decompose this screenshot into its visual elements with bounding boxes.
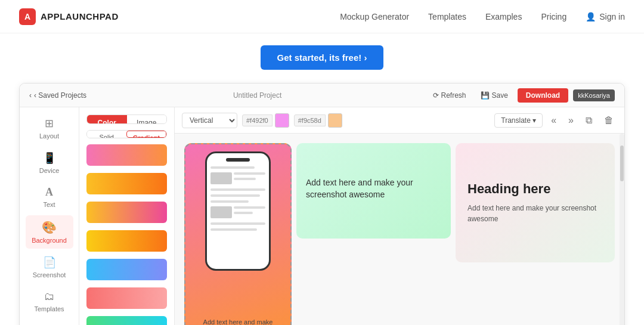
project-name: Untitled Project [233,91,281,100]
templates-link[interactable]: Templates [428,12,466,21]
swatch-6[interactable] [86,287,167,310]
swatch-2[interactable] [86,173,167,196]
sidebar: ⊞ Layout 📱 Device A Text 🎨 Background 📄 … [20,107,79,325]
mockup-card[interactable]: Add text here and make [184,143,292,325]
heading-card-title: Heading here [467,181,603,197]
phone-line [234,212,253,214]
refresh-button[interactable]: ⟳ Refresh [428,89,470,102]
orientation-select[interactable]: Vertical Horizontal Square [182,113,237,128]
canvas-area: Vertical Horizontal Square #f492f0 #f9c5… [175,107,624,325]
phone-line [234,172,265,175]
editor-header: ‹ ‹ Saved Projects Untitled Project ⟳ Re… [20,83,624,107]
user-badge: kkKosariya [573,89,615,101]
sidebar-layout[interactable]: ⊞ Layout [26,112,73,144]
download-button[interactable]: Download [518,88,568,103]
panel-tabs: Color Image [86,114,167,124]
solid-gradient-tabs: Solid Gradient [86,130,167,138]
logo-text: APPLAUNCHPAD [41,11,119,21]
editor: ‹ ‹ Saved Projects Untitled Project ⟳ Re… [19,83,625,325]
translate-button[interactable]: Translate ▾ [494,113,543,128]
swatch-4[interactable] [86,230,167,253]
phone-line [210,200,249,203]
color1-hex: #f492f0 [242,114,273,126]
color2-group: #f9c58d [294,113,342,128]
scroll-thumb [620,146,624,181]
examples-link[interactable]: Examples [485,12,522,21]
copy-button[interactable]: ⧉ [582,113,596,128]
canvas-toolbar: Vertical Horizontal Square #f492f0 #f9c5… [175,107,624,134]
color1-group: #f492f0 [242,113,289,128]
save-icon: 💾 [481,91,490,100]
logo-icon: A [19,8,36,25]
phone-notch [226,158,250,162]
scroll-indicator[interactable] [620,134,624,325]
phone-line [210,228,257,231]
swatch-1[interactable] [86,144,167,167]
image-tab[interactable]: Image [127,115,167,123]
color-tab[interactable]: Color [87,115,127,123]
sidebar-templates[interactable]: 🗂 Templates [26,286,73,317]
phone-screen-row-1 [210,172,265,184]
mockup-generator-link[interactable]: Mockup Generator [340,12,409,21]
swatch-5[interactable] [86,259,167,281]
heading-card[interactable]: Heading here Add text here and make your… [456,143,615,262]
nav-links: Mockup Generator Templates Examples Pric… [340,12,625,21]
background-panel: Color Image Solid Gradient [79,107,175,325]
heading-card-body: Add text here and make your screenshot a… [467,203,603,224]
phone-line [210,194,260,197]
swatch-3[interactable] [86,202,167,224]
screenshot-icon: 📄 [43,256,56,269]
phone-line [210,166,255,169]
delete-button[interactable]: 🗑 [600,113,617,128]
saved-projects-button[interactable]: ‹ ‹ Saved Projects [29,91,86,100]
sidebar-text[interactable]: A Text [26,181,73,213]
phone-line [234,206,265,209]
solid-tab[interactable]: Solid [87,131,126,138]
header-actions: ⟳ Refresh 💾 Save Download kkKosariya [428,88,615,103]
save-button[interactable]: 💾 Save [476,89,513,102]
phone-block [210,172,232,184]
text-icon: A [45,186,53,199]
editor-main: ⊞ Layout 📱 Device A Text 🎨 Background 📄 … [20,107,624,325]
gradient-tab[interactable]: Gradient [126,131,167,138]
color2-hex: #f9c58d [294,114,326,126]
background-icon: 🎨 [42,220,57,234]
sidebar-background[interactable]: 🎨 Background [26,215,73,249]
chevron-left-icon: ‹ [29,91,32,100]
text-card-heading: Add text here and make your screenshot a… [306,177,441,200]
device-icon: 📱 [43,151,56,165]
templates-icon: 🗂 [44,290,55,303]
swatch-7[interactable] [86,316,167,325]
phone-line [210,222,265,225]
nav-prev-button[interactable]: « [547,113,560,128]
color2-swatch[interactable] [328,113,342,128]
phone-line [234,178,256,180]
signin-button[interactable]: 👤 Sign in [586,12,625,21]
sidebar-device[interactable]: 📱 Device [26,147,73,179]
logo[interactable]: A APPLAUNCHPAD [19,8,119,25]
navbar: A APPLAUNCHPAD Mockup Generator Template… [0,0,644,33]
user-icon: 👤 [586,12,596,21]
phone-line [210,188,265,191]
color1-swatch[interactable] [275,113,289,128]
phone-mockup [205,151,271,271]
text-card[interactable]: Add text here and make your screenshot a… [296,143,451,239]
hero-section: Get started, its free! › [0,33,644,76]
mockup-label: Add text here and make [203,318,273,325]
phone-block [210,206,232,218]
sidebar-screenshot[interactable]: 📄 Screenshot [26,251,73,283]
pricing-link[interactable]: Pricing [541,12,566,21]
layout-icon: ⊞ [45,117,54,130]
nav-next-button[interactable]: » [565,113,577,128]
phone-screen-row-2 [210,206,265,218]
get-started-button[interactable]: Get started, its free! › [261,45,384,70]
canvas-content: Add text here and make Add text here and… [184,143,615,325]
